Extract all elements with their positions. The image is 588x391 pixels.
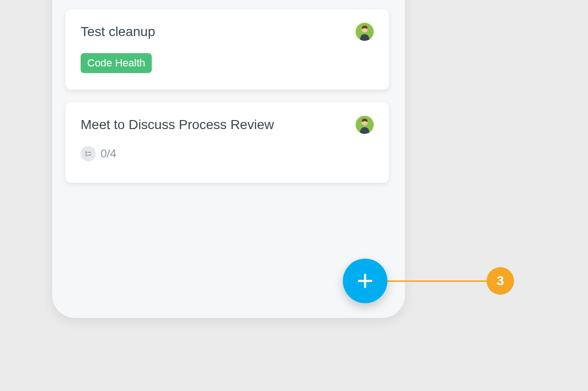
avatar-icon bbox=[356, 23, 374, 41]
svg-point-6 bbox=[85, 154, 87, 156]
avatar-icon bbox=[356, 116, 374, 134]
checklist-count: 0/4 bbox=[101, 147, 116, 160]
callout-number: 3 bbox=[496, 273, 504, 289]
card-title: Test cleanup bbox=[81, 24, 155, 39]
card-header: Meet to Discuss Process Review bbox=[81, 116, 374, 134]
plus-icon bbox=[357, 272, 374, 289]
card-body: 0/4 bbox=[81, 146, 374, 161]
add-button[interactable] bbox=[343, 259, 387, 303]
checklist-icon bbox=[81, 146, 96, 161]
callout-line bbox=[379, 280, 487, 282]
svg-point-4 bbox=[85, 151, 87, 153]
card-header: Test cleanup bbox=[81, 23, 374, 41]
task-card[interactable]: Meet to Discuss Process Review 0 bbox=[65, 102, 389, 183]
task-card[interactable]: Test cleanup Code Health bbox=[65, 9, 389, 90]
avatar[interactable] bbox=[356, 23, 374, 41]
svg-rect-5 bbox=[88, 152, 91, 153]
callout-badge: 3 bbox=[487, 267, 514, 295]
card-body: Code Health bbox=[81, 53, 374, 73]
tag-badge[interactable]: Code Health bbox=[81, 53, 152, 73]
card-title: Meet to Discuss Process Review bbox=[81, 117, 274, 132]
svg-rect-7 bbox=[88, 155, 91, 156]
avatar[interactable] bbox=[356, 116, 374, 134]
